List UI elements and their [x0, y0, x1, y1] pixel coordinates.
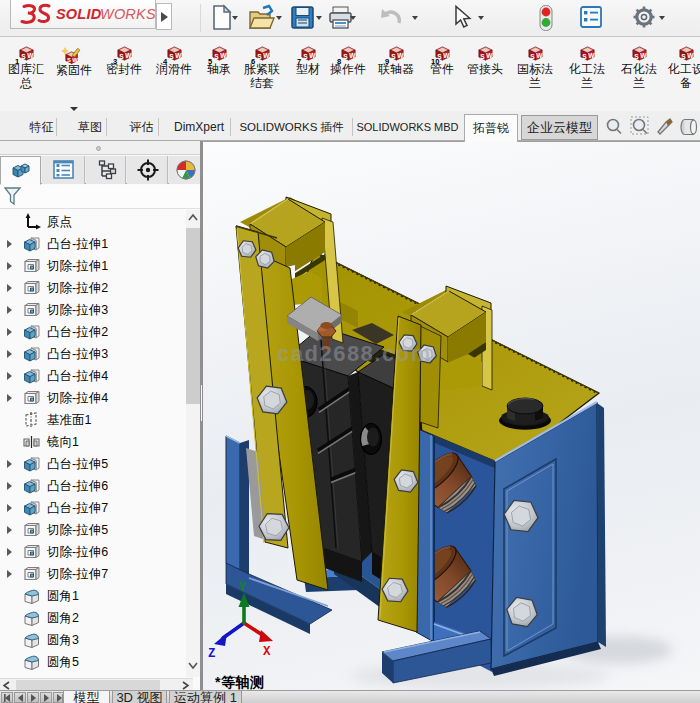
svg-text:Z: Z: [208, 647, 216, 660]
svg-text:X: X: [263, 645, 271, 659]
svg-text:Y: Y: [239, 581, 247, 595]
svg-text:WORKS: WORKS: [100, 6, 155, 22]
svg-text:SOLID: SOLID: [56, 6, 102, 22]
